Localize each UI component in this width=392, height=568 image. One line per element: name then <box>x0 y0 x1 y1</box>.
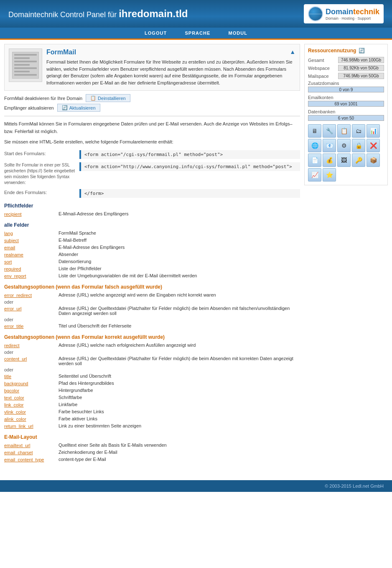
field-row-sort: sort Datensortierung <box>4 259 300 265</box>
field-desc-env-report: Liste der Umgebungsvariablen die mit der… <box>59 273 300 279</box>
resource-row-emailkonten: Emailkonten 69 von 1001 <box>308 95 384 107</box>
gestaltung-ok-title: Gestaltungsoptionen (wenn das Formular k… <box>4 334 300 340</box>
field-row-vlink-color: vlink_color Farbe besuchter Links <box>4 409 300 415</box>
field-link-email-content-type[interactable]: email_content_type <box>4 457 44 462</box>
resource-label-webspace: Webspace <box>308 66 330 71</box>
nav-sprache[interactable]: SPRACHE <box>185 31 210 36</box>
update-label: Empfänger aktualisieren <box>4 105 54 110</box>
field-desc-return-link-url: Link zu einer bestimmten Seite anzeigen <box>59 423 300 429</box>
field-link-emailtext-url[interactable]: emailtext_url <box>4 443 30 448</box>
field-link-email-charset[interactable]: email_charset <box>4 450 33 455</box>
logo-globe-icon <box>308 6 323 21</box>
resource-value-mailspace: 746.9Mb von 50Gb <box>338 73 384 79</box>
field-link-return-link-url[interactable]: return_link_url <box>4 424 33 429</box>
field-row-recipient: recipient E-Mmail-Adresse des Empfängers <box>4 211 300 217</box>
icon-line-4 <box>14 64 30 66</box>
field-link-lang[interactable]: lang <box>4 231 13 236</box>
header-domain: ihredomain.tld <box>119 8 188 19</box>
field-desc-text-color: Schriftfarbe <box>59 395 300 401</box>
sidebar: Ressourcennutzung 🔄 Gesamt 746.98Mb von … <box>304 44 388 468</box>
deinstall-label: FormMail deaktivieren für Ihre Domain <box>4 96 82 101</box>
sidebar-icon-1[interactable]: 🔧 <box>323 124 336 138</box>
refresh-icon[interactable]: 🔄 <box>359 48 365 54</box>
sidebar-icon-16[interactable]: ⭐ <box>323 168 336 182</box>
icon-line-1 <box>14 54 37 56</box>
module-header: FormMail ▲ Formmail bietet Ihnen die Mög… <box>4 44 300 91</box>
icon-line-6 <box>14 71 30 72</box>
field-link-env-report[interactable]: env_report <box>4 274 26 279</box>
field-desc-sort: Datensortierung <box>59 259 300 265</box>
header: Domaintechnik Control Panel für ihredoma… <box>0 0 392 28</box>
field-link-required[interactable]: required <box>4 266 21 271</box>
header-prefix: Domaintechnik Control Panel für <box>8 10 119 19</box>
field-link-alink-color[interactable]: alink_color <box>4 417 26 422</box>
sidebar-icon-6[interactable]: 📧 <box>323 139 336 152</box>
field-link-subject[interactable]: subject <box>4 238 19 243</box>
sidebar-icon-11[interactable]: 💰 <box>323 154 336 167</box>
field-link-title[interactable]: title <box>4 374 11 379</box>
all-fields-title: alle Felder <box>4 222 300 228</box>
sidebar-icon-3[interactable]: 🗂 <box>352 124 365 138</box>
field-desc-emailtext-url: Quelltext einer Seite als Basis für E-Ma… <box>59 443 300 448</box>
collapse-arrow-icon[interactable]: ▲ <box>290 49 295 55</box>
field-link-bgcolor[interactable]: bgcolor <box>4 388 19 393</box>
sidebar-icon-4[interactable]: 📊 <box>367 124 380 138</box>
field-link-text-color[interactable]: text_color <box>4 395 24 400</box>
sidebar-icon-15[interactable]: 📈 <box>308 168 321 182</box>
logo-sub: Domain · Hosting · Support <box>326 16 379 20</box>
field-link-realname[interactable]: realname <box>4 252 23 257</box>
field-row-text-color: text_color Schriftfarbe <box>4 395 300 401</box>
nav-logout[interactable]: LOGOUT <box>145 31 167 36</box>
field-link-redirect[interactable]: redirect <box>4 343 20 348</box>
sidebar-icon-14[interactable]: 📦 <box>367 154 380 167</box>
field-link-email[interactable]: email <box>4 245 15 250</box>
sidebar-icon-12[interactable]: 🖼 <box>337 154 351 167</box>
sidebar-icon-2[interactable]: 📋 <box>337 124 351 138</box>
module-description: Formmail bietet Ihnen die Möglichkeit Fo… <box>46 59 295 86</box>
sidebar-icon-13[interactable]: 🔑 <box>352 154 365 167</box>
oder-3: oder <box>4 350 300 355</box>
sidebar-icon-9[interactable]: ❌ <box>367 139 380 152</box>
field-link-error-url[interactable]: error_url <box>4 306 22 311</box>
form-ssl-row: Sollte Ihr Formular in einer per SSL ges… <box>4 162 300 186</box>
field-row-redirect: redirect Adresse (URL) welche nach erfol… <box>4 343 300 348</box>
field-link-vlink-color[interactable]: vlink_color <box>4 409 26 414</box>
icon-line-3 <box>14 61 37 62</box>
resource-row-gesamt: Gesamt 746.98Mb von 100Gb <box>308 57 384 63</box>
nav-modul[interactable]: MODUL <box>229 31 247 36</box>
logo-text-area: Domaintechnik Domain · Hosting · Support <box>326 8 379 20</box>
field-link-background[interactable]: background <box>4 381 28 386</box>
update-button[interactable]: 🔄 Aktualisieren <box>57 104 100 112</box>
field-desc-email-content-type: content-type der E-Mail <box>59 457 300 463</box>
field-link-recipient[interactable]: recipient <box>4 212 22 217</box>
field-link-content-url[interactable]: content_url <box>4 356 27 361</box>
resource-value-gesamt: 746.98Mb von 100Gb <box>338 57 384 63</box>
field-row-error-url: error_url Adresse (URL) der Quelltextdat… <box>4 306 300 316</box>
deinstall-button[interactable]: 📋 Deinstallieren <box>86 94 130 102</box>
field-desc-redirect: Adresse (URL) welche nach erfolgreichem … <box>59 343 300 348</box>
field-link-error-redirect[interactable]: error_redirect <box>4 293 32 298</box>
field-desc-email: E-Mail-Adresse des Empfängers <box>59 245 300 251</box>
resource-row-mailspace: Mailspace 746.9Mb von 50Gb <box>308 73 384 79</box>
logo-text: Domaintechnik <box>326 8 379 16</box>
resource-value-webspace: 81.92Kb von 50Gb <box>338 65 384 71</box>
field-desc-title: Seitentitel und Überschrift <box>59 374 300 379</box>
resource-row-zusatz: Zusatzdomains 0 von 9 <box>308 81 384 92</box>
gestaltung-error-title: Gestaltungsoptionen (wenn das Formular f… <box>4 284 300 290</box>
field-row-email-charset: email_charset Zeichenkodierung der E-Mai… <box>4 450 300 455</box>
sidebar-icon-10[interactable]: 📄 <box>308 154 321 167</box>
sidebar-icon-8[interactable]: 🔒 <box>352 139 365 152</box>
field-row-content-url: content_url Adresse (URL) der Quelltextd… <box>4 356 300 366</box>
field-link-error-title[interactable]: error_title <box>4 324 23 329</box>
sidebar-icon-7[interactable]: ⚙ <box>337 139 351 152</box>
resource-bar-datenbanken: 6 von 50 <box>308 115 384 121</box>
sidebar-icon-0[interactable]: 🖥 <box>308 124 321 138</box>
all-fields-section: alle Felder lang FormMail Sprache subjec… <box>4 222 300 279</box>
field-link-link-color[interactable]: link_color <box>4 402 23 407</box>
field-link-sort[interactable]: sort <box>4 259 12 264</box>
sidebar-icon-5[interactable]: 🌐 <box>308 139 321 152</box>
form-start-row: Start des Formulars: <form action="/cgi-… <box>4 150 300 159</box>
resource-bar-zusatz: 0 von 9 <box>308 87 384 92</box>
module-info: FormMail ▲ Formmail bietet Ihnen die Mög… <box>46 49 295 86</box>
resource-row-datenbanken: Datenbanken 6 von 50 <box>308 109 384 121</box>
